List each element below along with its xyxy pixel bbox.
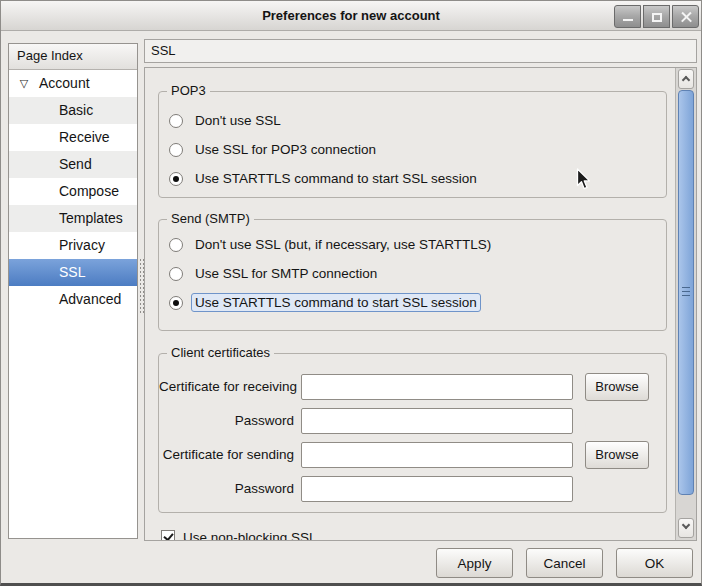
radio-button[interactable]: [169, 267, 183, 281]
sidebar-item-compose[interactable]: Compose: [9, 178, 137, 205]
sidebar-item-advanced[interactable]: Advanced: [9, 286, 137, 313]
client-certificates-title: Client certificates: [167, 345, 274, 360]
window-controls: [614, 5, 699, 28]
settings-content: POP3 Don't use SSL Use SSL for POP3 conn…: [145, 68, 675, 540]
pop3-option-use-ssl[interactable]: Use SSL for POP3 connection: [159, 135, 666, 164]
dialog-body: Page Index Account Basic Receive Send Co…: [1, 31, 701, 583]
password-sending-row: Password: [159, 474, 666, 503]
sidebar-item-receive[interactable]: Receive: [9, 124, 137, 151]
radio-button-selected[interactable]: [169, 296, 183, 310]
smtp-option-dont-use-ssl[interactable]: Don't use SSL (but, if necessary, use ST…: [159, 230, 666, 259]
sidebar-item-ssl[interactable]: SSL: [9, 259, 137, 286]
smtp-option-starttls[interactable]: Use STARTTLS command to start SSL sessio…: [159, 288, 666, 317]
scrollbar-thumb[interactable]: [678, 90, 694, 495]
non-blocking-ssl-row[interactable]: Use non-blocking SSL: [158, 526, 675, 540]
pop3-group-title: POP3: [167, 83, 210, 98]
preferences-dialog: Preferences for new account Page Index A…: [0, 0, 702, 586]
radio-button[interactable]: [169, 114, 183, 128]
smtp-group: Send (SMTP) Don't use SSL (but, if neces…: [158, 219, 667, 331]
client-certificates-group: Client certificates Certificate for rece…: [158, 353, 667, 513]
browse-receiving-button[interactable]: Browse: [585, 373, 649, 401]
cancel-button[interactable]: Cancel: [526, 548, 603, 578]
page-index-panel: Page Index Account Basic Receive Send Co…: [8, 43, 138, 539]
password-receiving-input[interactable]: [301, 408, 573, 434]
sidebar-item-account[interactable]: Account: [9, 70, 137, 97]
sidebar-item-send[interactable]: Send: [9, 151, 137, 178]
sidebar-item-basic[interactable]: Basic: [9, 97, 137, 124]
smtp-group-title: Send (SMTP): [167, 211, 254, 226]
certificate-receiving-input[interactable]: [301, 374, 573, 400]
pop3-option-starttls[interactable]: Use STARTTLS command to start SSL sessio…: [159, 164, 666, 193]
window-title: Preferences for new account: [1, 1, 701, 30]
password-sending-input[interactable]: [301, 476, 573, 502]
chevron-down-icon: [682, 521, 690, 529]
page-index-header[interactable]: Page Index: [9, 44, 137, 70]
settings-scroll-area: POP3 Don't use SSL Use SSL for POP3 conn…: [144, 67, 697, 541]
maximize-icon: [652, 13, 662, 22]
smtp-option-use-ssl[interactable]: Use SSL for SMTP connection: [159, 259, 666, 288]
ok-button[interactable]: OK: [616, 548, 693, 578]
certificate-receiving-row: Certificate for receiving Browse: [159, 372, 666, 401]
pop3-group: POP3 Don't use SSL Use SSL for POP3 conn…: [158, 91, 667, 198]
vertical-scrollbar[interactable]: [675, 68, 696, 540]
chevron-up-icon: [682, 76, 690, 84]
browse-sending-button[interactable]: Browse: [585, 441, 649, 469]
scroll-up-button[interactable]: [678, 69, 694, 89]
radio-button[interactable]: [169, 238, 183, 252]
pop3-option-dont-use-ssl[interactable]: Don't use SSL: [159, 106, 666, 135]
sidebar-item-templates[interactable]: Templates: [9, 205, 137, 232]
non-blocking-ssl-checkbox[interactable]: [161, 530, 175, 540]
scroll-down-button[interactable]: [678, 518, 694, 538]
titlebar[interactable]: Preferences for new account: [1, 1, 701, 31]
page-index-tree: Account Basic Receive Send Compose Templ…: [9, 70, 137, 313]
radio-button[interactable]: [169, 143, 183, 157]
apply-button[interactable]: Apply: [436, 548, 513, 578]
maximize-button[interactable]: [643, 5, 670, 28]
sidebar-item-privacy[interactable]: Privacy: [9, 232, 137, 259]
certificate-sending-input[interactable]: [301, 442, 573, 468]
password-receiving-row: Password: [159, 406, 666, 435]
scrollbar-grip-icon: [682, 287, 690, 299]
radio-button-selected[interactable]: [169, 172, 183, 186]
minimize-button[interactable]: [614, 5, 641, 28]
page-title: SSL: [144, 39, 697, 63]
close-button[interactable]: [672, 5, 699, 28]
expander-icon[interactable]: [16, 70, 32, 97]
minimize-icon: [623, 19, 633, 21]
certificate-sending-row: Certificate for sending Browse: [159, 440, 666, 469]
dialog-action-buttons: Apply Cancel OK: [436, 548, 693, 578]
